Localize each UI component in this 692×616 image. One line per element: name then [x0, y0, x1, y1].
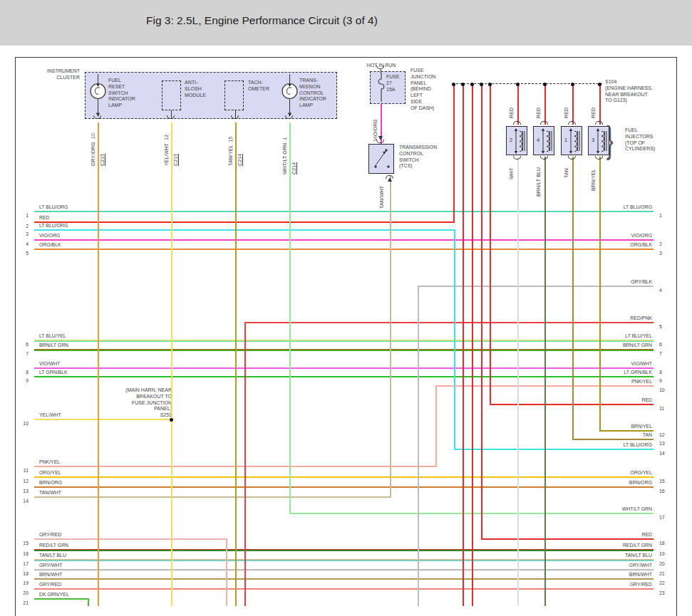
wire-v-inj-red-1: [572, 83, 574, 125]
right-wire-number-18: 18: [659, 541, 665, 545]
wire-v-brn-yel: [599, 157, 601, 432]
wire-row-yel-wht: [34, 419, 172, 420]
left-wire-number-13: 13: [17, 489, 29, 494]
right-wire-label-14: LT BLU/ORG: [499, 442, 652, 448]
fuel-injector-4: 4: [533, 126, 554, 155]
fuel-injector-1: 1: [561, 126, 582, 155]
right-wire-number-9: 9: [659, 378, 662, 383]
wire-stub-fuse-top: [381, 69, 381, 73]
left-wire-label-2: RED: [39, 214, 50, 221]
vertical-label-red-13: RED: [591, 54, 599, 118]
connector-chevron-13: [568, 156, 576, 160]
injector-coil-icon: [540, 127, 553, 155]
injector-number-2: 2: [510, 137, 512, 143]
connector-chevron-10: [595, 121, 603, 125]
fuel-injector-2: 2: [506, 126, 527, 155]
vertical-label-vio-org-8: VIO/ORG: [373, 77, 381, 141]
left-wire-label-5: ORG/BLK: [39, 241, 61, 248]
injector-number-4: 4: [537, 137, 539, 143]
wire-v-gry-org: [98, 122, 99, 606]
right-wire-number-3: 3: [659, 251, 662, 256]
trans-control-lamp-label: TRANS- MISSION CONTROL INDICATOR LAMP: [299, 78, 326, 109]
wire-v-inj-red-3: [599, 83, 601, 125]
wire-row-brn-org: [34, 486, 654, 488]
left-wire-number-14: 14: [17, 498, 29, 503]
vertical-label-tan-yel-15-4: TAN/YEL 15: [228, 102, 236, 166]
wire-row-lt-grn-blk: [34, 376, 654, 377]
splice-dot-1: [461, 83, 465, 86]
wire-v-gry-blk: [418, 286, 419, 606]
right-wire-label-9: LT GRN/BLK: [499, 369, 652, 375]
left-wire-label-10: YEL/WHT: [39, 412, 61, 418]
vertical-label-c215-1: C215: [100, 102, 108, 166]
right-wire-number-10: 10: [659, 387, 665, 392]
left-wire-number-3: 3: [17, 231, 29, 236]
right-wire-label-23: GRY/RED: [499, 581, 652, 588]
injector-coil-icon: [513, 127, 526, 155]
right-wire-number-22: 22: [659, 580, 665, 585]
wire-v-dk-grn-yel: [88, 598, 89, 606]
left-wire-number-21: 21: [17, 600, 29, 605]
vertical-label-red-12: RED: [564, 54, 572, 118]
right-wire-number-7: 7: [659, 351, 662, 356]
wire-v-tan-wht: [390, 175, 391, 498]
wire-v-inj-red-2: [517, 83, 519, 125]
arrow-down-0: [378, 136, 383, 140]
splice-dot-2: [470, 83, 474, 86]
left-wire-label-21: DK GRN/YEL: [39, 591, 69, 597]
right-wire-number-17: 17: [659, 515, 665, 520]
right-wire-number-8: 8: [659, 370, 662, 375]
left-wire-label-13: BRN/ORG: [39, 479, 62, 486]
wire-v-pnk-yel: [435, 385, 437, 467]
left-wire-number-5: 5: [17, 251, 29, 256]
wire-v-wht-lt-grn: [289, 122, 291, 514]
wire-row-org-yel: [34, 476, 654, 478]
vertical-label-c215-3: C215: [173, 102, 181, 166]
left-wire-label-19: BRN/WHT: [39, 571, 62, 578]
right-wire-label-8: VIO/WHT: [499, 360, 652, 367]
left-wire-label-7: BRN/LT GRN: [39, 342, 68, 348]
diagram-border-right: [676, 57, 677, 616]
left-wire-label-16: RED/LT GRN: [39, 542, 68, 548]
tcs-label: TRANSMISSION CONTROL SWITCH (TCS): [399, 145, 437, 169]
wire-row-red-lt-grn: [34, 549, 654, 551]
vertical-label-gry-org-10-0: GRY/ORG 10: [91, 102, 98, 166]
right-wire-label-3: ORG/BLK: [499, 241, 652, 248]
wire-row-gry-blk: [418, 286, 654, 287]
left-wire-label-20: GRY/RED: [39, 581, 61, 588]
vertical-label-c214-5: C214: [237, 102, 245, 166]
right-wire-label-17: WHT/LT GRN: [499, 506, 652, 512]
left-wire-label-1: LT BLU/ORG: [39, 204, 68, 210]
right-wire-label-7: BRN/LT GRN: [499, 342, 652, 348]
injector-number-3: 3: [592, 137, 594, 143]
wire-row-vio-org: [34, 239, 654, 241]
fuse-label: FUSE 27 15A: [386, 74, 400, 93]
right-wire-number-16: 16: [659, 489, 665, 494]
wire-row-gry-red-15: [34, 538, 227, 540]
left-wire-number-15: 15: [17, 541, 29, 545]
wire-v-red-5: [490, 83, 491, 405]
right-wire-label-4: GRY/BLK: [499, 278, 652, 285]
right-wire-number-1: 1: [659, 213, 662, 218]
wire-v-gry-red: [226, 538, 227, 606]
left-wire-label-15: GRY/RED: [39, 531, 61, 538]
right-wire-label-21: GRY/WHT: [499, 562, 652, 568]
fuse-panel-label: FUSE JUNCTION PANEL (BEHIND LEFT SIDE OF…: [410, 68, 435, 112]
left-wire-number-16: 16: [17, 551, 29, 556]
fuel-injector-3: 3: [588, 126, 609, 155]
wire-v-lt-blu-org: [454, 229, 455, 450]
page-title: Fig 3: 2.5L, Engine Performance Circuit …: [146, 14, 378, 27]
right-wire-label-11: RED: [499, 397, 652, 403]
connector-chevron-12: [540, 156, 548, 160]
connector-chevron-11: [513, 156, 521, 160]
left-wire-number-17: 17: [17, 561, 29, 566]
right-wire-label-2: VIO/ORG: [499, 232, 652, 239]
wire-row-lt-blu-org-14: [454, 449, 654, 450]
wire-v-red-2: [463, 83, 464, 606]
wire-row-red-11: [490, 404, 654, 405]
left-wire-number-10: 10: [17, 421, 29, 426]
vertical-label-yel-wht-12-2: YEL/WHT 12: [164, 102, 172, 166]
right-wire-label-10: PNK/YEL: [499, 378, 652, 385]
right-wire-number-15: 15: [659, 479, 665, 484]
wire-row-tan: [572, 439, 654, 440]
